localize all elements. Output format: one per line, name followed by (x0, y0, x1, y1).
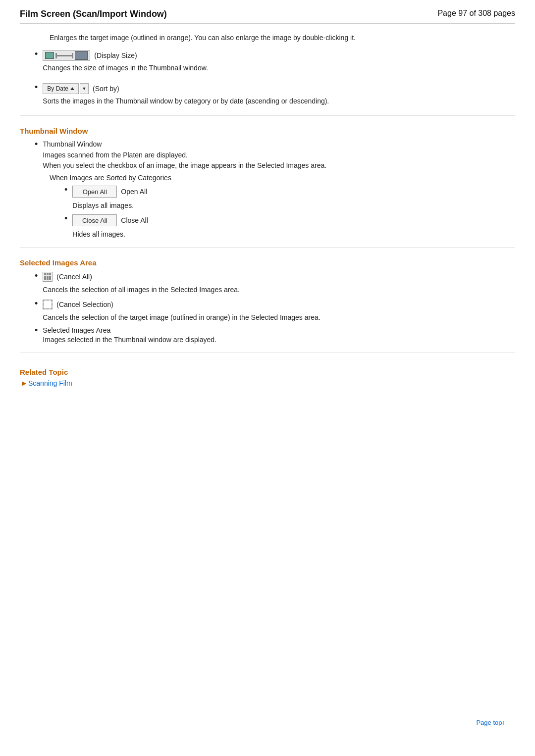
open-all-item: • Open All Open All Displays all images. (64, 186, 515, 209)
display-size-content: (Display Size) Changes the size of image… (43, 50, 208, 80)
cancel-all-content: (Cancel All) Cancels the selection of al… (43, 272, 240, 294)
cancel-all-desc: Cancels the selection of all images in t… (43, 286, 240, 294)
cancel-all-icon (43, 272, 53, 282)
cancel-selection-item: • (Cancel Selection) Cancels the selecti… (35, 300, 515, 321)
page-number: Page 97 of 308 pages (437, 9, 515, 18)
display-size-icon (43, 50, 90, 61)
ds-slider-line (55, 55, 73, 56)
thumbnail-window-content: Thumbnail Window Images scanned from the… (43, 140, 326, 171)
cancel-selection-widget: (Cancel Selection) (43, 300, 320, 309)
thumbnail-window-label: Thumbnail Window (43, 140, 326, 148)
selected-images-area-label: Selected Images Area (43, 326, 216, 334)
close-all-item: • Close All Close All Hides all images. (64, 214, 515, 238)
selected-images-heading: Selected Images Area (20, 258, 515, 267)
related-topic-section: Related Topic ▶ Scanning Film (20, 368, 515, 387)
link-arrow-icon: ▶ (22, 380, 26, 387)
thumbnail-window-desc1: Images scanned from the Platen are displ… (43, 150, 326, 160)
related-link[interactable]: ▶ Scanning Film (22, 379, 515, 387)
open-all-section: • Open All Open All Displays all images.… (64, 186, 515, 238)
thumbnail-window-heading: Thumbnail Window (20, 127, 515, 135)
bullet-dot-8: • (35, 325, 38, 336)
cancel-selection-desc: Cancels the selection of the target imag… (43, 313, 320, 321)
section-divider-2 (20, 247, 515, 248)
thumbnail-window-item: • Thumbnail Window Images scanned from t… (35, 140, 515, 171)
bullet-dot-5: • (64, 213, 67, 224)
display-size-item: • (Display Size) Changes the size of ima… (35, 50, 515, 80)
display-size-label: (Display Size) (94, 51, 137, 59)
ds-thumb-large (75, 51, 88, 60)
sort-button-label: By Date (47, 85, 68, 92)
open-all-widget: Open All Open All (72, 186, 147, 198)
close-all-content: Close All Close All Hides all images. (72, 214, 148, 238)
bullet-dot-6: • (35, 271, 38, 281)
cancel-selection-label: (Cancel Selection) (56, 301, 113, 308)
thumbnail-window-desc2: When you select the checkbox of an image… (43, 160, 326, 171)
thumbnail-window-section: Thumbnail Window • Thumbnail Window Imag… (20, 127, 515, 238)
close-all-widget: Close All Close All (72, 214, 148, 226)
close-all-desc: Hides all images. (72, 230, 148, 238)
close-all-label: Close All (121, 216, 148, 224)
selected-images-area-desc: Images selected in the Thumbnail window … (43, 336, 216, 344)
bullet-dot-4: • (64, 185, 67, 195)
bullet-dot: • (35, 49, 38, 59)
sort-button[interactable]: By Date (43, 83, 79, 94)
cancel-all-item: • (Cancel All) Cancels the selection of … (35, 272, 515, 294)
enlarge-description: Enlarges the target image (outlined in o… (50, 33, 515, 43)
sort-by-item: • By Date (Sort by) Sorts the images in … (35, 83, 515, 106)
page-title: Film Screen (Scan/Import Window) (20, 9, 167, 19)
sorted-by-categories-heading: When Images are Sorted by Categories (50, 174, 515, 182)
display-size-widget: (Display Size) (43, 50, 208, 61)
sort-dropdown[interactable] (80, 83, 89, 94)
sort-widget: By Date (43, 83, 89, 94)
open-all-desc: Displays all images. (72, 202, 147, 209)
related-topic-heading: Related Topic (20, 368, 515, 376)
open-all-label: Open All (121, 188, 147, 196)
selected-images-area-content: Selected Images Area Images selected in … (43, 326, 216, 344)
section-divider-1 (20, 115, 515, 116)
sort-by-content: By Date (Sort by) Sorts the images in th… (43, 83, 329, 106)
page-container: Film Screen (Scan/Import Window) Page 97… (0, 0, 535, 756)
selected-images-area-item: • Selected Images Area Images selected i… (35, 326, 515, 344)
page-header: Film Screen (Scan/Import Window) Page 97… (20, 9, 515, 24)
sort-by-label: (Sort by) (93, 85, 119, 93)
sort-arrow-up-icon (70, 87, 74, 90)
open-all-button[interactable]: Open All (72, 186, 117, 198)
display-size-desc: Changes the size of images in the Thumbn… (43, 63, 208, 73)
cancel-all-widget: (Cancel All) (43, 272, 240, 282)
ds-thumb-small (45, 52, 54, 59)
scanning-film-link[interactable]: Scanning Film (28, 379, 72, 387)
close-all-button[interactable]: Close All (72, 214, 117, 226)
sort-by-desc: Sorts the images in the Thumbnail window… (43, 96, 329, 106)
sort-by-widget: By Date (Sort by) (43, 83, 329, 94)
bullet-dot-2: • (35, 82, 38, 93)
open-all-content: Open All Open All Displays all images. (72, 186, 147, 209)
cancel-selection-content: (Cancel Selection) Cancels the selection… (43, 300, 320, 321)
bullet-dot-3: • (35, 139, 38, 150)
selected-images-section: Selected Images Area • (Cancel All) Canc… (20, 258, 515, 344)
cancel-selection-icon (43, 300, 53, 309)
bullet-dot-7: • (35, 299, 38, 309)
page-top-link[interactable]: Page top↑ (476, 719, 505, 726)
section-divider-3 (20, 353, 515, 353)
cancel-all-label: (Cancel All) (56, 273, 92, 281)
